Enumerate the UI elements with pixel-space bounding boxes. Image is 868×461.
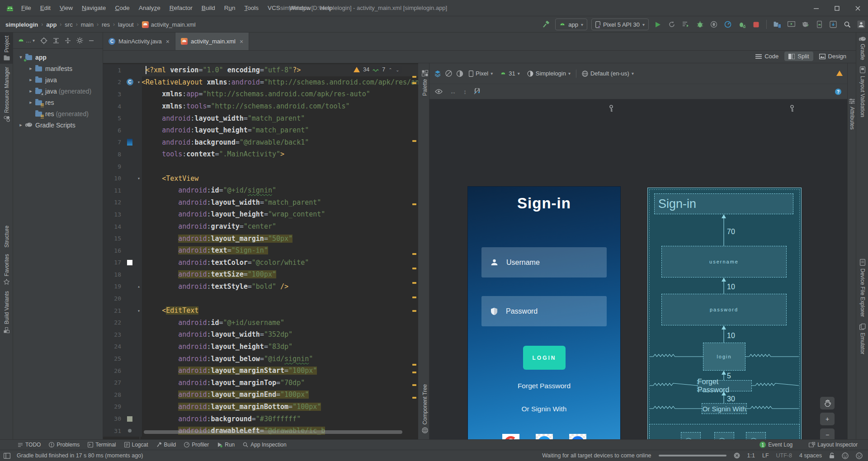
- theme-select[interactable]: Simplelogin ▾: [525, 70, 572, 77]
- stripe-warning-mark[interactable]: [412, 82, 416, 84]
- sidebar-item-favorites[interactable]: Favorites: [0, 251, 13, 288]
- mode-code-button[interactable]: Code: [751, 52, 783, 61]
- layout-inspector-tab[interactable]: Layout Inspector: [805, 442, 862, 448]
- tree-item-res[interactable]: ▸res: [13, 97, 103, 108]
- code-line-26[interactable]: 26 android:layout_marginStart="100px": [103, 365, 418, 377]
- toolwindow-tab-profiler[interactable]: Profiler: [180, 440, 213, 450]
- design-surface[interactable]: Sign-in Username Password LOGIN Forget P…: [429, 99, 847, 439]
- toolwindow-tab-app-inspection[interactable]: App Inspection: [239, 440, 290, 450]
- stripe-warning-mark[interactable]: [412, 268, 416, 269]
- toolwindow-tab-run[interactable]: Run: [213, 440, 239, 450]
- menu-tools[interactable]: Tools: [241, 3, 263, 13]
- code-line-29[interactable]: 29 android:layout_marginBottom="100px": [103, 401, 418, 413]
- status-message[interactable]: Gradle build finished in 17 s 80 ms (mom…: [17, 452, 143, 459]
- orientation-icon[interactable]: [445, 70, 453, 77]
- code-line-2[interactable]: 2C▾<RelativeLayout xmlns:android="http:/…: [103, 76, 418, 89]
- device-select[interactable]: Pixel 5 API 30 ▾: [591, 19, 649, 30]
- tree-item-manifests[interactable]: ▸manifests: [13, 63, 103, 74]
- code-line-10[interactable]: 10▾ <TextView: [103, 172, 418, 184]
- render-warning-icon[interactable]: [836, 70, 843, 78]
- attach-debugger-icon[interactable]: [709, 19, 719, 29]
- code-line-7[interactable]: 7 android:background="@drawable/back1": [103, 136, 418, 149]
- stripe-warning-mark[interactable]: [412, 372, 416, 373]
- code-line-9[interactable]: 9: [103, 160, 418, 173]
- code-line-20[interactable]: 20: [103, 292, 418, 305]
- menu-edit[interactable]: Edit: [36, 3, 55, 13]
- encoding[interactable]: UTF-8: [776, 452, 792, 459]
- minimize-button[interactable]: [806, 0, 826, 16]
- sdk-manager-icon[interactable]: [828, 19, 838, 29]
- avd-manager-icon[interactable]: [814, 19, 824, 29]
- breadcrumb-app[interactable]: app: [46, 21, 57, 28]
- locale-select[interactable]: Default (en-us) ▾: [580, 70, 636, 77]
- stripe-warning-mark[interactable]: [412, 140, 416, 142]
- help-icon[interactable]: ?: [835, 88, 842, 95]
- sidebar-item-project[interactable]: Project: [0, 33, 13, 64]
- code-line-30[interactable]: 30 android:background="#30ffffff": [103, 413, 418, 425]
- code-line-16[interactable]: 16 android:text="Sign-in": [103, 245, 418, 257]
- next-issue-icon[interactable]: ⌃: [396, 67, 399, 72]
- code-line-12[interactable]: 12 android:layout_width="match_parent": [103, 197, 418, 209]
- sidebar-item-resource-manager[interactable]: Resource Manager: [0, 64, 13, 125]
- code-line-24[interactable]: 24 android:layout_height="83dp": [103, 341, 418, 353]
- user-avatar-icon[interactable]: [856, 19, 866, 29]
- class-gutter-icon[interactable]: C: [127, 79, 133, 85]
- menu-code[interactable]: Code: [111, 3, 133, 13]
- profile-app-icon[interactable]: [737, 19, 747, 29]
- code-line-5[interactable]: 5 android:layout_width="match_parent": [103, 112, 418, 124]
- toolwindow-tab-todo[interactable]: TODO: [14, 440, 45, 450]
- tree-item-java[interactable]: ▸java: [13, 74, 103, 85]
- stripe-warning-mark[interactable]: [412, 76, 416, 78]
- toolwindow-tab-build[interactable]: Build: [152, 440, 180, 450]
- project-view-select[interactable]: … ▾: [18, 37, 35, 44]
- gutter-white-swatch[interactable]: [127, 260, 132, 265]
- horizontal-scrollbar[interactable]: [144, 430, 402, 434]
- preview-login-button[interactable]: LOGIN: [523, 346, 566, 370]
- sidebar-item-gradle[interactable]: Gradle: [856, 33, 868, 63]
- preview-password-field[interactable]: Password: [481, 296, 607, 326]
- code-line-8[interactable]: 8 tools:context=".MainActivity">: [103, 148, 418, 160]
- lock-icon[interactable]: [829, 452, 835, 459]
- code-line-14[interactable]: 14 android:gravity="center": [103, 221, 418, 233]
- device-file-explorer-icon[interactable]: [772, 19, 782, 29]
- design-surface-icon[interactable]: [434, 70, 441, 77]
- menu-run[interactable]: Run: [220, 3, 240, 13]
- sidebar-item-layout-validation[interactable]: Layout Validation: [856, 63, 868, 120]
- breadcrumb-simplelogin[interactable]: simplelogin: [5, 21, 38, 28]
- breadcrumb-src[interactable]: src: [65, 21, 72, 28]
- breadcrumb-main[interactable]: main: [81, 21, 94, 28]
- expand-all-icon[interactable]: [53, 38, 59, 44]
- collapse-all-icon[interactable]: [65, 38, 71, 44]
- sidebar-item-emulator[interactable]: Emulator: [856, 320, 868, 358]
- view-options-icon[interactable]: [435, 89, 443, 94]
- stripe-warning-mark[interactable]: [412, 384, 416, 386]
- toolwindow-switcher-icon[interactable]: [4, 453, 10, 459]
- gutter-grad-swatch[interactable]: [127, 139, 132, 146]
- stripe-warning-mark[interactable]: [412, 282, 416, 284]
- menu-navigate[interactable]: Navigate: [78, 3, 110, 13]
- locate-file-icon[interactable]: [40, 37, 47, 44]
- toolwindow-tab-logcat[interactable]: Logcat: [120, 440, 152, 450]
- stripe-warning-mark[interactable]: [412, 310, 416, 312]
- code-line-18[interactable]: 18 android:textSize="100px": [103, 268, 418, 281]
- fold-marker[interactable]: ▴: [136, 281, 142, 293]
- attributes-tab[interactable]: Attributes: [848, 95, 856, 133]
- mode-split-button[interactable]: Split: [784, 52, 813, 61]
- code-line-25[interactable]: 25 android:layout_below="@id/signin": [103, 353, 418, 365]
- gutter-dot-swatch[interactable]: [128, 429, 132, 433]
- pan-hand-icon[interactable]: [820, 397, 835, 409]
- code-line-17[interactable]: 17 android:textColor="@color/white": [103, 257, 418, 269]
- error-stripe[interactable]: [410, 63, 418, 439]
- cursor-position[interactable]: 1:1: [747, 452, 755, 459]
- close-icon[interactable]: ×: [240, 38, 243, 45]
- stripe-warning-mark[interactable]: [412, 296, 416, 298]
- toolwindow-tab-problems[interactable]: Problems: [45, 440, 84, 450]
- tree-item-gradle-scripts[interactable]: ▸Gradle Scripts: [13, 119, 103, 131]
- menu-build[interactable]: Build: [198, 3, 219, 13]
- magnet-icon[interactable]: [474, 88, 481, 95]
- fold-marker[interactable]: ▾: [136, 172, 142, 184]
- gutter-gray-swatch[interactable]: [127, 416, 132, 422]
- sidebar-item-build-variants[interactable]: Build Variants: [0, 288, 13, 336]
- run-config-select[interactable]: app ▾: [555, 19, 587, 30]
- device-manager-icon[interactable]: [800, 19, 810, 29]
